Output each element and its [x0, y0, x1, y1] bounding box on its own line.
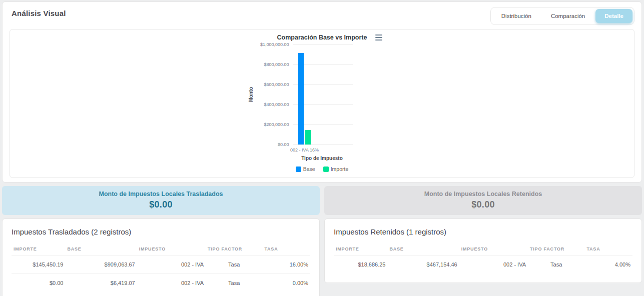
table-cell: 4.00%: [584, 256, 632, 274]
table-cell: 16.00%: [262, 256, 310, 274]
data-table: IMPORTEBASEIMPUESTOTIPO FACTORTASA$145,4…: [12, 243, 310, 292]
y-tick-label: $200,000.00: [264, 122, 289, 127]
chart-legend: BaseImporte: [247, 166, 397, 172]
chart-title-row: Comparación Base vs Importe: [247, 32, 397, 42]
y-tick-label: $400,000.00: [264, 102, 289, 107]
view-tab-group: DistribuciónComparaciónDetalle: [490, 7, 634, 25]
tab-detalle[interactable]: Detalle: [595, 9, 632, 23]
summary-card-retenidos: Monto de Impuestos Locales Retenidos$0.0…: [324, 186, 642, 215]
table-cell: 002 - IVA: [137, 274, 206, 292]
table-cell: 0.00%: [262, 274, 310, 292]
summary-card-traslados: Monto de Impuestos Locales Trasladados$0…: [2, 186, 320, 215]
chart-plot-area: Monto $1,000,000.00$800,000.00$600,000.0…: [247, 44, 397, 144]
table-cell: Tasa: [206, 256, 262, 274]
table-cell: Tasa: [206, 274, 262, 292]
column-header: IMPUESTO: [459, 243, 528, 256]
y-axis-ticks: $1,000,000.00$800,000.00$600,000.00$400,…: [255, 44, 293, 144]
y-tick-label: $800,000.00: [264, 62, 289, 67]
summary-card-value: $0.00: [7, 200, 315, 210]
legend-marker: [296, 166, 301, 172]
table-cell: $0.00: [12, 274, 65, 292]
legend-item-importe[interactable]: Importe: [323, 166, 349, 172]
panel-header: Análisis Visual DistribuciónComparaciónD…: [10, 7, 634, 25]
summary-card-title: Monto de Impuestos Locales Trasladados: [7, 190, 315, 198]
column-header: BASE: [387, 243, 459, 256]
column-header: BASE: [65, 243, 137, 256]
table-row: $145,450.19$909,063.67002 - IVATasa16.00…: [12, 256, 310, 274]
summary-cards-row: Monto de Impuestos Locales Trasladados$0…: [2, 186, 642, 215]
column-header: TIPO FACTOR: [528, 243, 584, 256]
table-card-retenidos: Impuestos Retenidos (1 registros)IMPORTE…: [324, 218, 642, 283]
summary-card-title: Monto de Impuestos Locales Retenidos: [329, 190, 637, 198]
legend-marker: [323, 166, 329, 172]
table-title: Impuestos Trasladados (2 registros): [12, 228, 310, 236]
summary-card-value: $0.00: [329, 200, 637, 210]
x-axis-title: Tipo de Impuesto: [247, 156, 397, 161]
column-header: IMPORTE: [12, 243, 65, 256]
y-axis-title: Monto: [248, 87, 254, 102]
table-card-trasladados: Impuestos Trasladados (2 registros)IMPOR…: [2, 218, 320, 296]
y-tick-label: $1,000,000.00: [260, 42, 289, 47]
column-header: TIPO FACTOR: [206, 243, 262, 256]
chart-title: Comparación Base vs Importe: [277, 34, 367, 41]
table-cell: Tasa: [528, 256, 584, 274]
bar-importe[interactable]: [305, 130, 311, 144]
table-cell: $6,419.07: [65, 274, 137, 292]
y-tick-label: $0.00: [278, 142, 289, 147]
chart-menu-icon[interactable]: [374, 34, 383, 42]
bar-base[interactable]: [298, 53, 304, 144]
x-category-label: 002 - IVA 16%: [290, 148, 319, 152]
table-title: Impuestos Retenidos (1 registros): [334, 228, 632, 236]
y-axis-title-wrap: Monto: [247, 44, 255, 144]
tax-tables-row: Impuestos Trasladados (2 registros)IMPOR…: [2, 218, 642, 296]
bar-chart: Comparación Base vs Importe Monto $1,000…: [247, 32, 397, 178]
table-cell: $145,450.19: [12, 256, 65, 274]
column-header: IMPUESTO: [137, 243, 206, 256]
tab-comparacion[interactable]: Comparación: [542, 9, 594, 23]
bar-group: [298, 44, 311, 144]
data-table: IMPORTEBASEIMPUESTOTIPO FACTORTASA$18,68…: [334, 243, 632, 274]
chart-container: Comparación Base vs Importe Monto $1,000…: [10, 29, 634, 178]
column-header: TASA: [262, 243, 310, 256]
table-cell: 002 - IVA: [137, 256, 206, 274]
page-title: Análisis Visual: [12, 9, 66, 18]
table-cell: $467,154.46: [387, 256, 459, 274]
plot: 002 - IVA 16%: [293, 44, 353, 144]
legend-label: Base: [303, 166, 315, 172]
table-cell: $909,063.67: [65, 256, 137, 274]
table-row: $0.00$6,419.07002 - IVATasa0.00%: [12, 274, 310, 292]
tab-distribucion[interactable]: Distribución: [492, 9, 540, 23]
table-cell: $18,686.25: [334, 256, 387, 274]
legend-item-base[interactable]: Base: [296, 166, 315, 172]
y-tick-label: $600,000.00: [264, 82, 289, 87]
column-header: IMPORTE: [334, 243, 387, 256]
table-row: $18,686.25$467,154.46002 - IVATasa4.00%: [334, 256, 632, 274]
legend-label: Importe: [331, 166, 349, 172]
gridline: [293, 144, 353, 145]
column-header: TASA: [584, 243, 632, 256]
analisis-visual-panel: Análisis Visual DistribuciónComparaciónD…: [2, 2, 642, 182]
table-cell: 002 - IVA: [459, 256, 528, 274]
